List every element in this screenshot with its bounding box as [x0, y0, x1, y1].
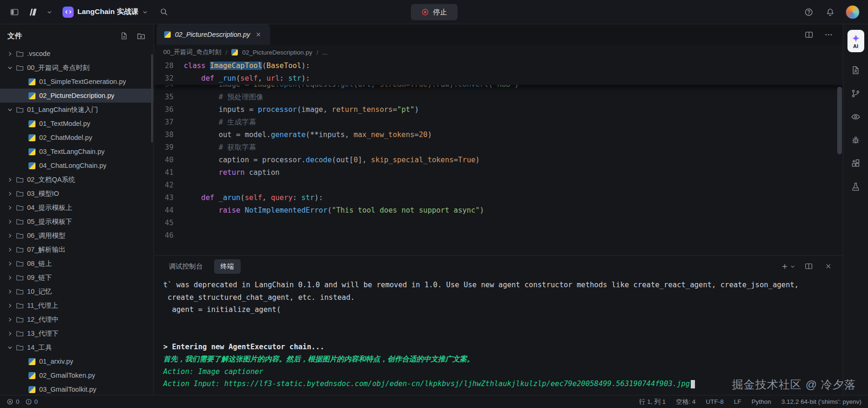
debug-bug-icon[interactable] — [850, 134, 861, 145]
project-switcher[interactable]: LangChain 实战课 — [62, 7, 148, 18]
code-line[interactable]: 46 — [154, 229, 843, 242]
new-folder-icon[interactable] — [136, 31, 146, 41]
tree-item-folder[interactable]: 08_链上 — [0, 256, 153, 270]
code-line[interactable]: 37 # 生成字幕 — [154, 116, 843, 129]
folder-icon — [15, 231, 24, 240]
split-terminal-icon[interactable] — [803, 260, 815, 272]
status-item[interactable]: 行 1, 列 1 — [639, 398, 666, 406]
chevron-down-icon[interactable] — [46, 6, 53, 18]
toggle-sidebar-icon[interactable] — [8, 6, 21, 18]
tree-item-folder[interactable]: 03_模型IO — [0, 187, 153, 201]
sidebar-scrollbar[interactable] — [151, 54, 153, 143]
breadcrumb-item[interactable]: 00_开篇词_奇点时刻 — [163, 48, 222, 56]
code-line[interactable]: 32 def _run(self, url: str): — [154, 72, 843, 85]
tree-item-folder[interactable]: 02_文档QA系统 — [0, 173, 153, 187]
tree-item-folder[interactable]: 10_记忆 — [0, 284, 153, 298]
line-number[interactable]: 35 — [154, 91, 184, 104]
code-line[interactable]: 38 out = model.generate(**inputs, max_ne… — [154, 129, 843, 141]
notifications-bell-icon[interactable] — [824, 6, 836, 18]
code-editor[interactable]: 28class ImageCapTool(BaseTool):32 def _r… — [154, 60, 843, 255]
test-beaker-icon[interactable] — [850, 181, 861, 192]
editor-tab-active[interactable]: 02_PictureDescription.py — [157, 24, 270, 45]
line-number[interactable]: 43 — [154, 192, 184, 204]
status-item[interactable]: 3.12.2 64-bit ('shims': pyenv) — [781, 398, 861, 405]
tree-item-folder[interactable]: 06_调用模型 — [0, 228, 153, 242]
status-item[interactable]: UTF-8 — [706, 398, 723, 405]
status-item[interactable]: Python — [751, 398, 771, 405]
line-number[interactable]: 39 — [154, 141, 184, 154]
tree-item-folder[interactable]: 05_提示模板下 — [0, 214, 153, 228]
line-number[interactable]: 28 — [154, 60, 184, 72]
panel-tab-debug-console[interactable]: 调试控制台 — [162, 259, 209, 274]
line-number[interactable]: 41 — [154, 166, 184, 179]
extensions-icon[interactable] — [850, 158, 861, 169]
line-number[interactable]: 37 — [154, 116, 184, 129]
sticky-scroll: 28class ImageCapTool(BaseTool):32 def _r… — [154, 60, 843, 85]
breadcrumb-item[interactable]: ... — [322, 49, 327, 56]
problems-warnings[interactable]: 0 — [25, 398, 38, 405]
tree-item-folder[interactable]: 01_LangChain快速入门 — [0, 103, 153, 117]
close-panel-icon[interactable] — [822, 260, 834, 272]
problems-errors[interactable]: 0 — [7, 398, 20, 405]
code-line[interactable]: 35 # 预处理图像 — [154, 91, 843, 104]
tree-item-folder[interactable]: 04_提示模板上 — [0, 201, 153, 214]
code-line[interactable]: 45 — [154, 217, 843, 229]
search-icon[interactable] — [158, 6, 170, 18]
line-number[interactable]: 46 — [154, 229, 184, 242]
tree-item-folder[interactable]: 12_代理中 — [0, 312, 153, 326]
app-logo-icon[interactable] — [27, 6, 39, 18]
code-line[interactable]: 42 — [154, 179, 843, 192]
line-number[interactable]: 44 — [154, 204, 184, 217]
line-number[interactable]: 45 — [154, 217, 184, 229]
status-item[interactable]: 空格: 4 — [676, 398, 695, 406]
preview-eye-icon[interactable] — [850, 111, 861, 122]
tree-item-folder[interactable]: 13_代理下 — [0, 326, 153, 340]
panel-tab-terminal[interactable]: 终端 — [214, 259, 241, 274]
tree-item-file[interactable]: 01_SimpleTextGeneration.py — [0, 75, 153, 89]
tree-item-folder[interactable]: 11_代理上 — [0, 298, 153, 312]
python-icon — [28, 119, 36, 128]
code-line[interactable]: 40 caption = processor.decode(out[0], sk… — [154, 154, 843, 166]
tree-item-file[interactable]: 02_GmailToken.py — [0, 368, 153, 382]
help-icon[interactable] — [803, 6, 815, 18]
tree-item-file[interactable]: 02_PictureDescription.py — [0, 89, 153, 103]
tree-item-file[interactable]: 01_arxiv.py — [0, 354, 153, 368]
tree-item-folder[interactable]: .vscode — [0, 47, 153, 61]
code-line[interactable]: 43 def _arun(self, query: str): — [154, 192, 843, 204]
code-line[interactable]: 28class ImageCapTool(BaseTool): — [154, 60, 843, 72]
split-editor-icon[interactable] — [803, 28, 815, 41]
tree-item-file[interactable]: 04_ChatLongChain.py — [0, 159, 153, 173]
code-text: raise NotImplementedError("This tool doe… — [184, 204, 484, 217]
new-terminal-button[interactable] — [781, 263, 795, 270]
ai-assistant-badge[interactable]: AI — [847, 30, 864, 52]
new-file-icon[interactable] — [119, 31, 129, 41]
file-account-icon[interactable] — [850, 64, 861, 76]
code-line[interactable]: 36 inputs = processor(image, return_tens… — [154, 104, 843, 116]
code-line[interactable]: 41 return caption — [154, 166, 843, 179]
line-number[interactable]: 32 — [154, 72, 184, 85]
breadcrumb: 00_开篇词_奇点时刻/02_PictureDescription.py/... — [154, 45, 843, 60]
stop-button[interactable]: 停止 — [411, 4, 458, 20]
tree-item-file[interactable]: 03_GmailToolkit.py — [0, 382, 153, 395]
line-number[interactable]: 40 — [154, 154, 184, 166]
tree-item-folder[interactable]: 07_解析输出 — [0, 242, 153, 256]
user-avatar[interactable] — [846, 5, 860, 19]
editor-scrollbar[interactable] — [837, 87, 842, 154]
tree-item-folder[interactable]: 09_链下 — [0, 270, 153, 284]
tree-item-folder[interactable]: 14_工具 — [0, 340, 153, 354]
source-control-icon[interactable] — [850, 88, 861, 99]
code-line[interactable]: 39 # 获取字幕 — [154, 141, 843, 154]
line-number[interactable]: 38 — [154, 129, 184, 141]
tree-item-file[interactable]: 03_TextLangChain.py — [0, 145, 153, 159]
line-number[interactable]: 36 — [154, 104, 184, 116]
terminal-line: t` was deprecated in LangChain 0.1.0 and… — [163, 279, 833, 291]
tree-item-file[interactable]: 01_TextModel.py — [0, 117, 153, 131]
line-number[interactable]: 42 — [154, 179, 184, 192]
tree-item-folder[interactable]: 00_开篇词_奇点时刻 — [0, 61, 153, 75]
more-actions-icon[interactable] — [822, 28, 834, 41]
breadcrumb-item[interactable]: 02_PictureDescription.py — [242, 49, 312, 56]
tab-close-icon[interactable] — [254, 30, 263, 39]
tree-item-file[interactable]: 02_ChatModel.py — [0, 131, 153, 145]
status-item[interactable]: LF — [734, 398, 741, 405]
code-line[interactable]: 44 raise NotImplementedError("This tool … — [154, 204, 843, 217]
